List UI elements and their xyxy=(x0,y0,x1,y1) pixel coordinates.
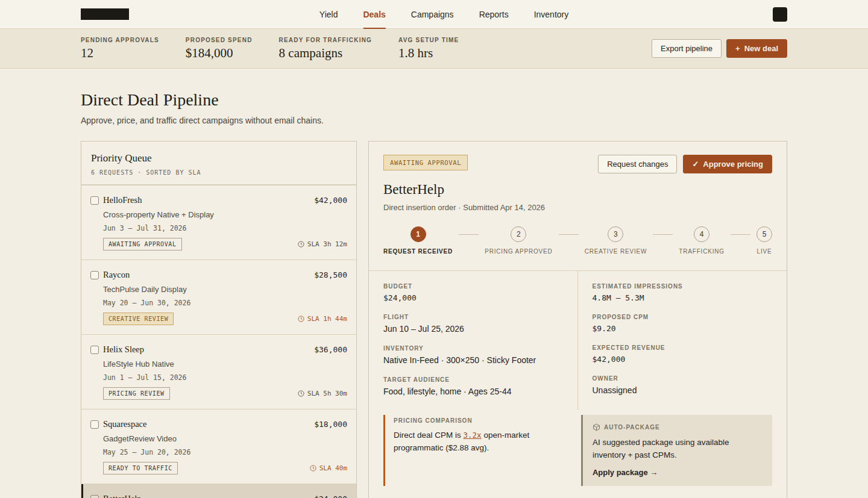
flight-dates: Jun 1 – Jul 15, 2026 xyxy=(103,373,347,382)
stat-proposed-spend: PROPOSED SPEND $184,000 xyxy=(186,37,253,61)
status-badge: PRICING REVIEW xyxy=(103,387,170,400)
checkbox[interactable] xyxy=(90,420,99,429)
advertiser-name: BetterHelp xyxy=(103,494,142,498)
advertiser-name: Raycon xyxy=(103,270,130,280)
nav-item-reports[interactable]: Reports xyxy=(479,0,509,29)
step-number: 2 xyxy=(511,226,526,242)
step-connector xyxy=(559,234,579,235)
approve-label: Approve pricing xyxy=(703,160,763,168)
approve-pricing-button[interactable]: ✓ Approve pricing xyxy=(683,155,772,173)
queue-item-hellofresh[interactable]: HelloFresh $42,000 Cross-property Native… xyxy=(81,185,356,260)
request-changes-button[interactable]: Request changes xyxy=(598,155,677,173)
nav-item-deals[interactable]: Deals xyxy=(363,0,385,29)
stat-ready-for-trafficking: READY FOR TRAFFICKING 8 campaigns xyxy=(279,37,372,61)
stat-value: 8 campaigns xyxy=(279,46,372,61)
main-nav: Yield Deals Campaigns Reports Inventory xyxy=(319,0,568,29)
advertiser-name: Helix Sleep xyxy=(103,344,144,355)
progress-stepper: 1 REQUEST RECEIVED 2 PRICING APPROVED 3 … xyxy=(369,212,787,270)
logo[interactable] xyxy=(81,8,129,20)
deal-value: $42,000 xyxy=(314,196,347,205)
deal-value: $24,000 xyxy=(314,494,347,498)
queue-item-raycon[interactable]: Raycon $28,500 TechPulse Daily Display M… xyxy=(81,260,356,334)
field-inventory: INVENTORY Native In-Feed · 300×250 · Sti… xyxy=(383,345,563,365)
export-pipeline-button[interactable]: Export pipeline xyxy=(652,39,722,58)
flight-dates: May 20 – Jun 30, 2026 xyxy=(103,299,347,307)
step-request-received: 1 REQUEST RECEIVED xyxy=(383,226,453,255)
deal-meta: Direct insertion order · Submitted Apr 1… xyxy=(383,203,772,212)
queue-meta: 6 REQUESTS · SORTED BY SLA xyxy=(91,169,347,176)
step-number: 1 xyxy=(410,226,426,242)
checkbox[interactable] xyxy=(90,346,99,354)
queue-item-squarespace[interactable]: Squarespace $18,000 GadgetReview Video M… xyxy=(81,409,356,484)
pricing-comparison-callout: PRICING COMPARISON Direct deal CPM is 3.… xyxy=(383,415,565,486)
stat-label: READY FOR TRAFFICKING xyxy=(279,37,372,43)
step-number: 4 xyxy=(694,226,709,242)
field-target-audience: TARGET AUDIENCE Food, lifestyle, home · … xyxy=(383,376,563,396)
status-badge: READY TO TRAFFIC xyxy=(103,462,178,475)
priority-queue-panel: Priority Queue 6 REQUESTS · SORTED BY SL… xyxy=(81,141,357,498)
deal-fields: BUDGET $24,000 FLIGHT Jun 10 – Jul 25, 2… xyxy=(369,270,787,410)
bar-actions: Export pipeline + New deal xyxy=(652,39,787,58)
deal-description: TechPulse Daily Display xyxy=(103,285,347,294)
pricing-multiple-link[interactable]: 3.2x xyxy=(464,431,482,440)
avatar[interactable] xyxy=(773,7,787,22)
stat-value: 1.8 hrs xyxy=(398,46,459,61)
stats-bar: PENDING APPROVALS 12 PROPOSED SPEND $184… xyxy=(0,29,868,69)
auto-package-text: AI suggested package using available inv… xyxy=(593,437,763,462)
stat-pending-approvals: PENDING APPROVALS 12 xyxy=(81,37,159,61)
deal-title: BetterHelp xyxy=(383,182,772,198)
auto-package-callout: AUTO-PACKAGE AI suggested package using … xyxy=(581,415,772,486)
plus-icon: + xyxy=(735,45,740,52)
sla-timer: SLA 3h 12m xyxy=(298,240,347,248)
pricing-text: Direct deal CPM is xyxy=(394,431,464,440)
deal-description: Cross-property Native + Display xyxy=(103,210,347,219)
queue-item-betterhelp[interactable]: BetterHelp $24,000 LifeStyle Hub Display… xyxy=(81,484,356,498)
top-nav: Yield Deals Campaigns Reports Inventory xyxy=(0,0,868,29)
queue-item-helix-sleep[interactable]: Helix Sleep $36,000 LifeStyle Hub Native… xyxy=(81,334,356,409)
step-number: 3 xyxy=(608,226,623,242)
deal-value: $28,500 xyxy=(314,270,347,279)
flight-dates: Jun 3 – Jul 31, 2026 xyxy=(103,224,347,232)
step-pricing-approved: 2 PRICING APPROVED xyxy=(485,226,552,255)
nav-item-campaigns[interactable]: Campaigns xyxy=(411,0,454,29)
callout-label: AUTO-PACKAGE xyxy=(604,424,660,431)
advertiser-name: Squarespace xyxy=(103,419,146,429)
step-number: 5 xyxy=(756,226,772,242)
page-subtitle: Approve, price, and traffic direct campa… xyxy=(81,116,787,125)
sla-timer: SLA 1h 44m xyxy=(298,315,347,323)
clock-icon xyxy=(298,241,304,247)
stats-group: PENDING APPROVALS 12 PROPOSED SPEND $184… xyxy=(81,37,459,61)
step-connector xyxy=(459,234,479,235)
step-connector xyxy=(653,234,673,235)
checkbox[interactable] xyxy=(90,196,99,205)
new-deal-button[interactable]: + New deal xyxy=(726,39,787,58)
stat-value: $184,000 xyxy=(186,46,253,61)
field-owner: OWNER Unassigned xyxy=(593,375,773,395)
step-trafficking: 4 TRAFFICKING xyxy=(679,226,724,255)
field-flight: FLIGHT Jun 10 – Jul 25, 2026 xyxy=(383,314,563,334)
callout-label: PRICING COMPARISON xyxy=(394,417,565,424)
stat-label: AVG SETUP TIME xyxy=(398,37,459,43)
field-budget: BUDGET $24,000 xyxy=(383,283,563,302)
stat-label: PROPOSED SPEND xyxy=(186,37,253,43)
field-proposed-cpm: PROPOSED CPM $9.20 xyxy=(593,314,773,333)
status-badge: AWAITING APPROVAL xyxy=(383,155,468,170)
step-connector xyxy=(731,234,750,235)
apply-package-link[interactable]: Apply package → xyxy=(593,468,658,477)
queue-title: Priority Queue xyxy=(91,152,347,164)
step-label: PRICING APPROVED xyxy=(485,248,552,255)
clock-icon xyxy=(298,316,304,322)
step-creative-review: 3 CREATIVE REVIEW xyxy=(585,226,647,255)
checkbox[interactable] xyxy=(90,495,99,498)
clock-icon xyxy=(298,390,304,397)
step-label: TRAFFICKING xyxy=(679,248,724,255)
status-badge: CREATIVE REVIEW xyxy=(103,313,174,325)
step-label: CREATIVE REVIEW xyxy=(585,248,647,255)
package-icon xyxy=(593,423,600,431)
deal-description: LifeStyle Hub Native xyxy=(103,359,347,369)
checkbox[interactable] xyxy=(90,271,99,279)
nav-item-yield[interactable]: Yield xyxy=(319,0,338,29)
sla-timer: SLA 40m xyxy=(310,464,347,472)
nav-item-inventory[interactable]: Inventory xyxy=(534,0,569,29)
queue-header: Priority Queue 6 REQUESTS · SORTED BY SL… xyxy=(81,142,356,185)
